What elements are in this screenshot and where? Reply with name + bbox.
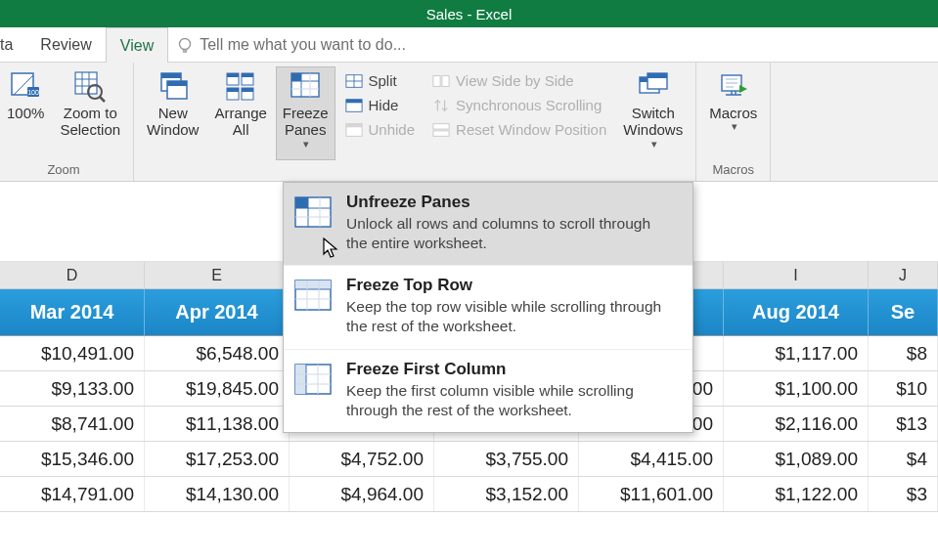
zoom-to-selection-label: Zoom to Selection xyxy=(60,105,120,139)
hide-button[interactable]: Hide xyxy=(341,93,420,117)
svg-line-10 xyxy=(100,97,105,102)
svg-rect-36 xyxy=(433,75,440,86)
unfreeze-panes-icon xyxy=(293,194,333,232)
cell[interactable]: $10,491.00 xyxy=(0,336,145,370)
side-by-side-icon xyxy=(432,73,450,89)
switch-windows-label: Switch Windows xyxy=(623,105,683,139)
macros-button[interactable]: Macros ▾ xyxy=(702,66,764,160)
split-label: Split xyxy=(369,72,397,89)
svg-rect-47 xyxy=(295,197,308,208)
table-header-cell: Apr 2014 xyxy=(145,289,290,335)
synchronous-scrolling-label: Synchronous Scrolling xyxy=(456,97,602,113)
zoom-100-button[interactable]: 100 100% xyxy=(0,66,51,160)
group-label-window xyxy=(140,160,690,181)
tab-review[interactable]: Review xyxy=(26,27,105,63)
reset-window-position-button: Reset Window Position xyxy=(428,117,610,142)
unhide-icon xyxy=(345,122,363,138)
cell[interactable]: $4,415.00 xyxy=(579,442,724,476)
tab-data-partial[interactable]: ta xyxy=(0,27,26,63)
lightbulb-icon xyxy=(176,36,194,54)
freeze-panes-label: Freeze Panes xyxy=(283,105,329,139)
cell[interactable]: $11,138.00 xyxy=(145,407,290,441)
cell[interactable]: $1,117.00 xyxy=(724,336,869,370)
zoom-100-label: 100% xyxy=(7,105,44,121)
cell[interactable]: $9,133.00 xyxy=(0,371,145,406)
new-window-icon xyxy=(157,71,189,103)
svg-rect-35 xyxy=(345,123,361,127)
svg-rect-33 xyxy=(345,99,361,103)
cell[interactable]: $4,752.00 xyxy=(290,442,434,476)
freeze-panes-icon xyxy=(290,71,321,103)
cell[interactable]: $3 xyxy=(869,477,938,511)
svg-rect-16 xyxy=(227,73,239,77)
cell[interactable]: $1,089.00 xyxy=(724,442,869,476)
menu-item-desc: Keep the top row visible while scrolling… xyxy=(346,297,669,336)
column-header[interactable]: E xyxy=(145,262,290,288)
cell[interactable]: $19,845.00 xyxy=(145,371,290,406)
switch-windows-button[interactable]: Switch Windows ▾ xyxy=(616,66,690,160)
column-header[interactable]: D xyxy=(0,262,145,288)
svg-rect-37 xyxy=(442,75,449,86)
column-header[interactable]: I xyxy=(724,262,869,288)
group-label-zoom: Zoom xyxy=(0,160,127,181)
tab-view[interactable]: View xyxy=(106,27,168,63)
menu-item-desc: Keep the first column visible while scro… xyxy=(346,381,669,420)
cell[interactable]: $8,741.00 xyxy=(0,407,145,441)
cell[interactable]: $1,100.00 xyxy=(724,371,869,406)
macros-icon xyxy=(718,71,749,103)
cell[interactable]: $10 xyxy=(869,371,938,406)
svg-rect-24 xyxy=(291,73,301,81)
column-header[interactable]: J xyxy=(869,262,938,288)
ribbon-group-window: New Window Arrange All Freeze Pa xyxy=(134,63,696,181)
table-header-cell: Aug 2014 xyxy=(724,289,869,335)
menu-item-title: Unfreeze Panes xyxy=(346,193,669,212)
zoom-to-selection-button[interactable]: Zoom to Selection xyxy=(53,66,127,160)
svg-rect-59 xyxy=(295,365,306,394)
unhide-label: Unhide xyxy=(369,121,416,138)
table-header-cell: Se xyxy=(869,289,938,335)
cell[interactable]: $14,791.00 xyxy=(0,477,145,511)
dropdown-caret-icon: ▾ xyxy=(303,138,309,151)
dropdown-caret-icon: ▾ xyxy=(651,138,657,151)
cell[interactable]: $15,346.00 xyxy=(0,442,145,476)
cell[interactable]: $4 xyxy=(869,442,938,476)
cell[interactable]: $13 xyxy=(869,407,938,441)
freeze-panes-button[interactable]: Freeze Panes ▾ xyxy=(276,66,335,160)
split-button[interactable]: Split xyxy=(341,68,420,93)
switch-windows-icon xyxy=(638,71,669,103)
svg-rect-39 xyxy=(433,130,449,135)
zoom-100-icon: 100 xyxy=(10,71,41,103)
svg-point-0 xyxy=(180,38,191,49)
tell-me-search[interactable]: Tell me what you want to do... xyxy=(176,36,406,54)
sync-scroll-icon xyxy=(432,98,450,113)
svg-marker-45 xyxy=(739,85,747,93)
cell[interactable]: $3,755.00 xyxy=(434,442,579,476)
ribbon: 100 100% Zoom to Selection Zoom xyxy=(0,63,938,182)
svg-rect-4 xyxy=(75,72,97,94)
arrange-all-button[interactable]: Arrange All xyxy=(207,66,273,160)
menu-item-unfreeze-panes[interactable]: Unfreeze Panes Unlock all rows and colum… xyxy=(284,183,692,266)
cell[interactable]: $4,964.00 xyxy=(290,477,434,511)
cell[interactable]: $8 xyxy=(869,336,938,370)
cell[interactable]: $1,122.00 xyxy=(724,477,869,511)
menu-item-freeze-first-column[interactable]: Freeze First Column Keep the first colum… xyxy=(284,350,692,432)
macros-label: Macros xyxy=(709,105,757,121)
new-window-button[interactable]: New Window xyxy=(140,66,205,160)
cell[interactable]: $2,116.00 xyxy=(724,407,869,441)
cell[interactable]: $17,253.00 xyxy=(145,442,290,476)
synchronous-scrolling-button: Synchronous Scrolling xyxy=(428,93,610,117)
svg-rect-53 xyxy=(295,280,331,289)
svg-rect-38 xyxy=(433,123,449,128)
menu-item-freeze-top-row[interactable]: Freeze Top Row Keep the top row visible … xyxy=(284,266,692,349)
hide-label: Hide xyxy=(369,97,399,113)
table-row: $14,791.00$14,130.00$4,964.00$3,152.00$1… xyxy=(0,477,938,512)
cell[interactable]: $14,130.00 xyxy=(145,477,290,511)
cell[interactable]: $11,601.00 xyxy=(579,477,724,511)
mouse-cursor-icon xyxy=(323,237,340,261)
cell[interactable]: $3,152.00 xyxy=(434,477,579,511)
cell[interactable]: $6,548.00 xyxy=(145,336,290,370)
reset-window-icon xyxy=(432,122,450,138)
svg-text:100: 100 xyxy=(27,89,39,96)
arrange-all-label: Arrange All xyxy=(214,105,266,139)
tell-me-placeholder: Tell me what you want to do... xyxy=(200,36,406,54)
